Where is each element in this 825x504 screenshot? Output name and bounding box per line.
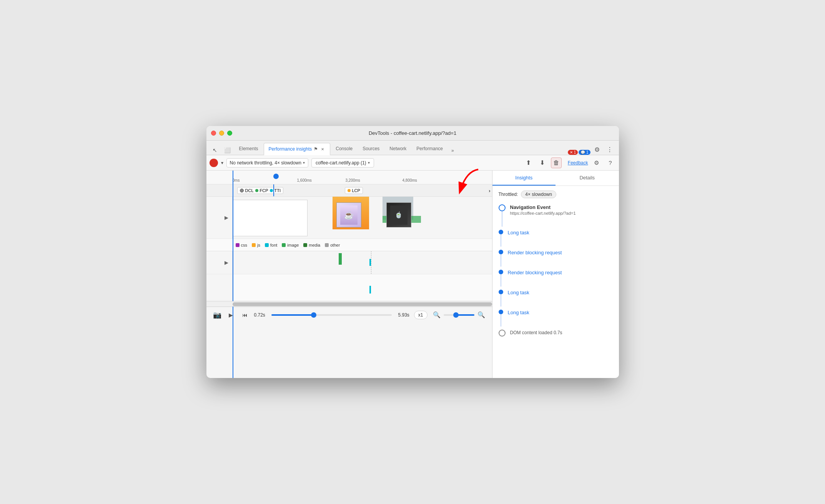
thumbnail-img-1: ☕ <box>336 202 361 227</box>
long-task-2-link[interactable]: Long task <box>508 290 529 295</box>
tab-sources[interactable]: Sources <box>358 143 384 155</box>
tab-performance-insights[interactable]: Performance insights ⚑ ✕ <box>264 143 331 155</box>
legend-font: font <box>265 243 277 247</box>
settings-gear-icon[interactable]: ⚙ <box>591 158 602 168</box>
nav-event-connector <box>499 204 506 227</box>
long-task-3-link[interactable]: Long task <box>508 310 529 315</box>
zoom-in-icon[interactable]: 🔍 <box>477 310 486 320</box>
bottom-controls: 📷 ▶ ⏮ 0.72s 5.93s x1 🔍 <box>206 307 492 323</box>
timeline-cursor[interactable] <box>273 174 279 179</box>
legend-image: image <box>282 243 299 247</box>
render-block-1-link[interactable]: Render blocking request <box>508 250 562 255</box>
upload-icon[interactable]: ⬆ <box>523 158 534 168</box>
zoom-out-icon[interactable]: 🔍 <box>432 310 441 320</box>
url-dropdown[interactable]: coffee-cart.netlify.app (1) ▾ <box>311 158 374 167</box>
camera-icon[interactable]: 📷 <box>213 310 222 320</box>
skip-back-icon[interactable]: ⏮ <box>240 310 249 320</box>
dcl-circle <box>240 189 244 192</box>
image-color-dot <box>282 243 286 247</box>
minimize-button[interactable] <box>219 131 224 136</box>
legend-other: other <box>325 243 340 247</box>
long-task-1-line <box>501 234 501 247</box>
dom-content-item: DOM content loaded 0.7s <box>499 330 613 337</box>
ruler-mark-4800ms: 4,800ms <box>403 178 417 182</box>
tab-network[interactable]: Network <box>385 143 411 155</box>
tab-performance[interactable]: Performance <box>412 143 447 155</box>
resource-expand-icon[interactable]: ▶ <box>224 260 229 265</box>
resource-track: ▶ <box>206 251 492 274</box>
settings-icon[interactable]: ⚙ <box>591 144 603 155</box>
throttling-dropdown[interactable]: No network throttling, 4× slowdown ▾ <box>226 158 308 167</box>
throttling-label: No network throttling, 4× slowdown <box>230 160 301 166</box>
close-button[interactable] <box>211 131 216 136</box>
long-task-1-dot <box>499 230 503 234</box>
h-scrollbar-thumb[interactable] <box>233 302 492 306</box>
panel-tabs: Insights Details <box>492 171 619 186</box>
long-task-1-link[interactable]: Long task <box>508 230 529 235</box>
render-block-2-connector <box>499 270 503 287</box>
record-button[interactable] <box>210 159 218 167</box>
render-block-1-dot <box>499 250 503 254</box>
throttle-row: Throttled: 4× slowdown <box>499 191 613 198</box>
more-options-icon[interactable]: ⋮ <box>604 144 616 155</box>
device-icon[interactable]: ⬜ <box>221 146 234 155</box>
screenshot-white-block <box>233 200 308 236</box>
render-block-2-line <box>501 274 501 287</box>
long-task-3-text: Long task <box>508 310 613 315</box>
time-start-label: 0.72s <box>254 312 265 318</box>
main-content: 0ms 1,600ms 3,200ms 4,800ms <box>206 171 619 378</box>
speed-badge[interactable]: x1 <box>414 311 427 319</box>
throttling-arrow-icon: ▾ <box>303 161 305 165</box>
url-label: coffee-cart.netlify.app (1) <box>316 160 366 166</box>
feedback-link[interactable]: Feedback <box>568 160 588 166</box>
more-tabs-button[interactable]: » <box>448 146 457 155</box>
delete-icon[interactable]: 🗑 <box>551 158 562 168</box>
expand-icon[interactable]: › <box>489 187 490 193</box>
long-task-3-line <box>501 314 501 327</box>
render-block-2-link[interactable]: Render blocking request <box>508 270 562 275</box>
play-icon[interactable]: ▶ <box>226 310 236 320</box>
nav-event-text: Navigation Event https://coffee-cart.net… <box>510 204 613 216</box>
screenshot-track-label: ▶ <box>206 197 233 239</box>
thumbnail-img-2: 🍵 <box>386 202 411 227</box>
thumbnail-1: ☕ <box>336 202 361 227</box>
tab-bar: ↖ ⬜ Elements Performance insights ⚑ ✕ Co… <box>206 141 619 155</box>
throttle-badge: 4× slowdown <box>521 191 556 198</box>
long-task-3-dot <box>499 310 503 314</box>
h-scrollbar[interactable] <box>206 301 492 307</box>
tab-insights[interactable]: Insights <box>492 171 556 186</box>
screenshot-track-content: ☕ 🍵 <box>233 197 492 239</box>
time-slider[interactable] <box>271 314 392 316</box>
nav-event-circle <box>499 204 506 211</box>
legend-media: media <box>303 243 320 247</box>
resource-track-content <box>233 251 492 274</box>
empty-track <box>206 274 492 301</box>
tab-elements[interactable]: Elements <box>235 143 263 155</box>
tab-console[interactable]: Console <box>331 143 357 155</box>
teal-tick <box>369 286 371 293</box>
time-slider-thumb[interactable] <box>311 312 316 318</box>
tab-close-icon[interactable]: ✕ <box>320 146 325 152</box>
maximize-button[interactable] <box>227 131 232 136</box>
long-task-2-dot <box>499 290 503 294</box>
timeline-ruler: 0ms 1,600ms 3,200ms 4,800ms <box>206 171 492 184</box>
lcp-group: LCP <box>345 187 363 194</box>
zoom-controls: 🔍 🔍 <box>432 310 486 320</box>
empty-track-content <box>233 274 492 301</box>
render-block-2-text: Render blocking request <box>508 270 613 275</box>
zoom-slider[interactable] <box>444 314 474 316</box>
zoom-thumb[interactable] <box>453 312 459 318</box>
ruler-mark-1600ms: 1,600ms <box>297 178 312 182</box>
help-icon[interactable]: ? <box>605 158 616 168</box>
pointer-icon[interactable]: ↖ <box>210 146 220 155</box>
resource-bar-green <box>339 253 342 265</box>
dropdown-arrow-btn[interactable]: ▾ <box>221 160 223 166</box>
panel-content: Throttled: 4× slowdown Navigatio <box>492 186 619 378</box>
download-icon[interactable]: ⬇ <box>537 158 548 168</box>
render-block-2-item: Render blocking request <box>499 270 613 287</box>
legend-css: css <box>236 243 248 247</box>
legend-js: js <box>252 243 260 247</box>
tab-details[interactable]: Details <box>556 171 619 186</box>
screenshot-track: ▶ <box>206 197 492 239</box>
screenshot-expand-icon[interactable]: ▶ <box>224 215 229 220</box>
